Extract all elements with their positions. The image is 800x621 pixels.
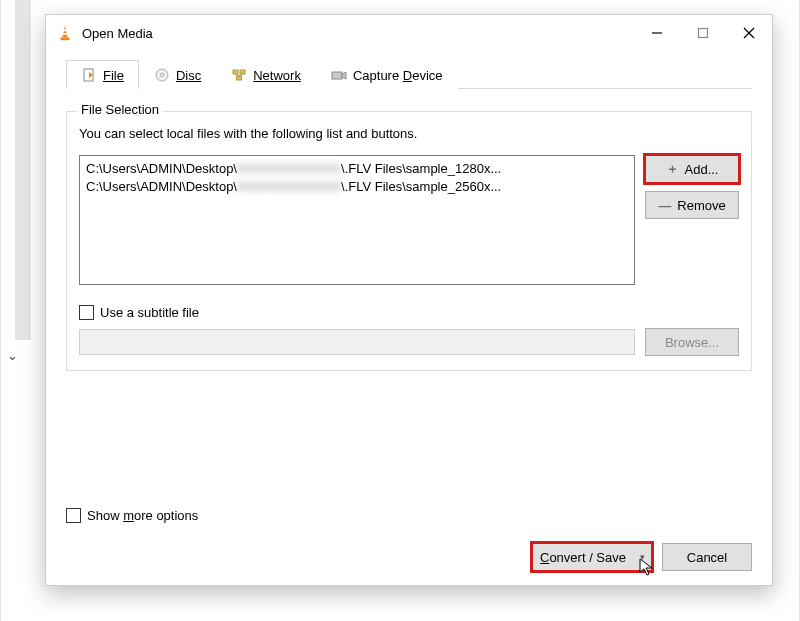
minus-icon: — xyxy=(658,198,671,213)
file-list[interactable]: C:\Users\ADMIN\Desktop\XXXXXXXXXXXX\.FLV… xyxy=(79,155,635,285)
chevron-down-icon: ▾ xyxy=(640,552,645,562)
svg-rect-14 xyxy=(237,76,242,80)
window-title: Open Media xyxy=(82,26,153,41)
convert-save-button[interactable]: Convert / Save ▾ xyxy=(532,543,652,571)
browse-button: Browse... xyxy=(645,328,739,356)
list-item[interactable]: C:\Users\ADMIN\Desktop\XXXXXXXXXXXX\.FLV… xyxy=(86,178,628,196)
tab-file-label: File xyxy=(103,68,124,83)
parent-scrollbar[interactable] xyxy=(15,0,31,340)
tab-capture-label: Capture Device xyxy=(353,68,443,83)
tab-network[interactable]: Network xyxy=(216,60,316,89)
svg-rect-3 xyxy=(61,38,70,41)
svg-rect-13 xyxy=(240,70,245,74)
titlebar: Open Media xyxy=(46,15,772,51)
minimize-button[interactable] xyxy=(634,18,680,48)
file-selection-group: File Selection You can select local file… xyxy=(66,111,752,371)
add-button-label: Add... xyxy=(685,162,719,177)
more-options-checkbox[interactable] xyxy=(66,508,81,523)
add-button[interactable]: ＋ Add... xyxy=(645,155,739,183)
close-button[interactable] xyxy=(726,18,772,48)
list-item[interactable]: C:\Users\ADMIN\Desktop\XXXXXXXXXXXX\.FLV… xyxy=(86,160,628,178)
source-tabs: File Disc Network Capture Device xyxy=(66,59,752,89)
svg-rect-1 xyxy=(63,29,67,31)
svg-rect-17 xyxy=(332,72,342,79)
svg-rect-5 xyxy=(699,29,708,38)
svg-marker-0 xyxy=(62,26,67,38)
network-icon xyxy=(231,67,247,83)
capture-icon xyxy=(331,67,347,83)
tab-capture[interactable]: Capture Device xyxy=(316,60,458,89)
maximize-button[interactable] xyxy=(680,18,726,48)
file-selection-legend: File Selection xyxy=(77,102,163,117)
more-options-label: Show more options xyxy=(87,508,198,523)
subtitle-path-input xyxy=(79,329,635,355)
plus-icon: ＋ xyxy=(666,160,679,178)
subtitle-checkbox-label: Use a subtitle file xyxy=(100,305,199,320)
remove-button-label: Remove xyxy=(677,198,725,213)
svg-rect-2 xyxy=(62,33,67,35)
tab-disc[interactable]: Disc xyxy=(139,60,216,89)
subtitle-checkbox[interactable] xyxy=(79,305,94,320)
collapse-chevron-icon[interactable]: ⌄ xyxy=(7,348,18,363)
disc-icon xyxy=(154,67,170,83)
file-icon xyxy=(81,67,97,83)
browse-button-label: Browse... xyxy=(665,335,719,350)
tab-network-label: Network xyxy=(253,68,301,83)
file-selection-hint: You can select local files with the foll… xyxy=(79,126,739,141)
vlc-cone-icon xyxy=(56,24,74,42)
svg-point-11 xyxy=(160,73,164,77)
tab-file[interactable]: File xyxy=(66,60,139,89)
convert-save-label: Convert / Save xyxy=(540,550,626,565)
tab-disc-label: Disc xyxy=(176,68,201,83)
open-media-dialog: Open Media File xyxy=(45,14,773,586)
cancel-button-label: Cancel xyxy=(687,550,727,565)
cancel-button[interactable]: Cancel xyxy=(662,543,752,571)
svg-rect-12 xyxy=(233,70,238,74)
remove-button[interactable]: — Remove xyxy=(645,191,739,219)
svg-marker-18 xyxy=(342,72,346,79)
